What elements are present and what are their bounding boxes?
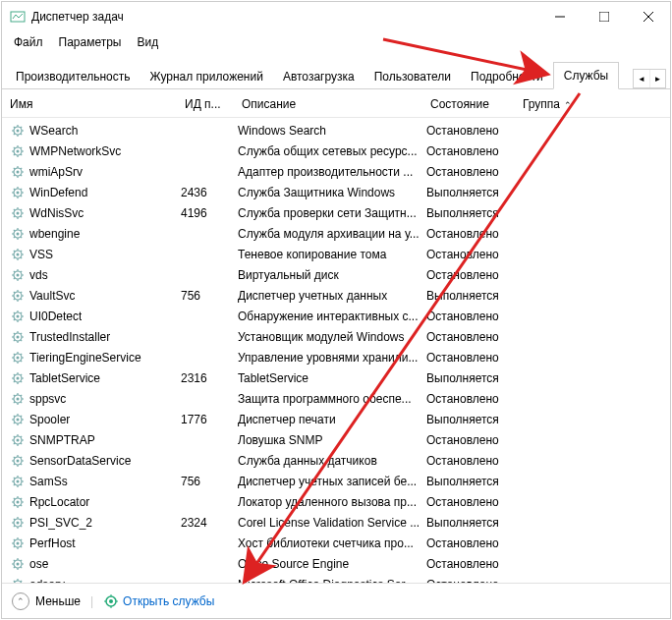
- svg-line-152: [21, 422, 22, 423]
- app-icon: [10, 9, 26, 25]
- service-state: Остановлено: [426, 268, 519, 282]
- table-row[interactable]: UI0DetectОбнаружение интерактивных с...О…: [10, 306, 670, 326]
- services-list[interactable]: WSearchWindows SearchОстановленоWMPNetwo…: [2, 118, 670, 583]
- svg-line-51: [14, 208, 15, 209]
- tab-app-history[interactable]: Журнал приложений: [140, 64, 272, 89]
- service-desc: Диспетчер учетных записей бе...: [238, 475, 426, 488]
- table-row[interactable]: WSearchWindows SearchОстановлено: [10, 120, 670, 141]
- service-name: sppsvc: [29, 392, 66, 406]
- collapse-icon[interactable]: ⌃: [12, 592, 29, 610]
- gear-icon: [10, 391, 26, 407]
- table-row[interactable]: oseOffice Source EngineОстановлено: [10, 553, 670, 574]
- service-desc: Виртуальный диск: [238, 268, 426, 282]
- table-row[interactable]: sppsvcЗащита программного обеспе...Остан…: [10, 388, 670, 409]
- sort-caret-icon: ⌃: [564, 100, 572, 110]
- maximize-button[interactable]: [582, 2, 626, 31]
- svg-line-122: [21, 360, 22, 361]
- close-button[interactable]: [626, 2, 670, 31]
- svg-point-6: [17, 129, 20, 132]
- service-desc: Установщик модулей Windows: [238, 330, 426, 344]
- svg-line-81: [14, 270, 15, 271]
- table-row[interactable]: PerfHostХост библиотеки счетчика про...О…: [10, 533, 670, 553]
- table-row[interactable]: wmiApSrvАдаптер производительности ...Ос…: [10, 161, 670, 182]
- header-desc[interactable]: Описание: [242, 97, 430, 111]
- svg-line-72: [21, 256, 22, 257]
- table-row[interactable]: VSSТеневое копирование томаОстановлено: [10, 244, 670, 264]
- table-row[interactable]: TieringEngineServiceУправление уровнями …: [10, 347, 670, 367]
- svg-line-114: [21, 332, 22, 333]
- header-name[interactable]: Имя: [10, 97, 185, 111]
- service-state: Выполняется: [426, 516, 519, 530]
- service-state: Остановлено: [426, 433, 519, 447]
- svg-line-32: [21, 174, 22, 175]
- service-name: WdNisSvc: [29, 206, 84, 220]
- table-row[interactable]: Spooler1776Диспетчер печатиВыполняется: [10, 409, 670, 429]
- tab-startup[interactable]: Автозагрузка: [273, 64, 364, 89]
- table-row[interactable]: odservMicrosoft Office Diagnostics Ser..…: [10, 574, 670, 583]
- header-group[interactable]: Группа⌃: [523, 97, 601, 111]
- svg-line-21: [14, 146, 15, 147]
- service-state: Остановлено: [426, 351, 519, 365]
- svg-point-46: [17, 211, 20, 214]
- svg-line-53: [14, 215, 15, 216]
- table-row[interactable]: WinDefend2436Служба Защитника WindowsВып…: [10, 182, 670, 202]
- service-desc: Ловушка SNMP: [238, 433, 426, 447]
- service-state: Остановлено: [426, 310, 519, 323]
- fewer-details-button[interactable]: Меньше: [35, 594, 81, 608]
- gear-icon: [10, 432, 26, 448]
- table-row[interactable]: PSI_SVC_22324Corel License Validation Se…: [10, 512, 670, 533]
- service-name: SamSs: [29, 475, 68, 488]
- svg-line-12: [21, 133, 22, 134]
- table-row[interactable]: vdsВиртуальный дискОстановлено: [10, 264, 670, 285]
- table-row[interactable]: TrustedInstallerУстановщик модулей Windo…: [10, 326, 670, 347]
- tab-users[interactable]: Пользователи: [364, 64, 461, 89]
- svg-point-206: [17, 541, 20, 544]
- service-desc: Диспетчер учетных данных: [238, 289, 426, 303]
- table-row[interactable]: TabletService2316TabletServiceВыполняетс…: [10, 367, 670, 388]
- svg-point-126: [17, 376, 20, 379]
- service-name: WSearch: [29, 124, 78, 138]
- svg-line-13: [14, 133, 15, 134]
- tab-details[interactable]: Подробности: [461, 64, 553, 89]
- table-row[interactable]: RpcLocatorЛокатор удаленного вызова пр..…: [10, 491, 670, 512]
- svg-line-161: [14, 435, 15, 436]
- svg-point-186: [17, 500, 20, 503]
- gear-icon: [10, 350, 26, 366]
- service-name: ose: [29, 557, 48, 571]
- menu-view[interactable]: Вид: [129, 33, 166, 51]
- column-headers: Имя ИД п... Описание Состояние Группа⌃: [2, 89, 670, 118]
- service-name: SensorDataService: [29, 454, 131, 468]
- table-row[interactable]: WdNisSvc4196Служба проверки сети Защитн.…: [10, 202, 670, 223]
- table-row[interactable]: SensorDataServiceСлужба данных датчиковО…: [10, 450, 670, 471]
- svg-point-26: [17, 170, 20, 173]
- svg-line-102: [21, 318, 22, 319]
- gear-icon: [10, 494, 26, 510]
- svg-line-142: [21, 401, 22, 402]
- svg-point-86: [17, 294, 20, 297]
- header-pid[interactable]: ИД п...: [185, 97, 242, 111]
- service-state: Остановлено: [426, 536, 519, 550]
- tab-services[interactable]: Службы: [553, 62, 619, 89]
- svg-line-171: [14, 456, 15, 457]
- open-services-link[interactable]: Открыть службы: [103, 593, 214, 609]
- table-row[interactable]: VaultSvc756Диспетчер учетных данныхВыпол…: [10, 285, 670, 306]
- menu-file[interactable]: Файл: [6, 33, 51, 51]
- service-state: Остановлено: [426, 124, 519, 138]
- table-row[interactable]: WMPNetworkSvcСлужба общих сетевых ресурс…: [10, 141, 670, 161]
- header-state[interactable]: Состояние: [430, 97, 523, 111]
- svg-point-236: [109, 599, 113, 603]
- tab-performance[interactable]: Производительность: [6, 64, 140, 89]
- table-row[interactable]: SamSs756Диспетчер учетных записей бе...В…: [10, 471, 670, 491]
- table-row[interactable]: wbengineСлужба модуля архивации на у...О…: [10, 223, 670, 244]
- service-name: PerfHost: [29, 536, 76, 550]
- menu-options[interactable]: Параметры: [51, 33, 130, 51]
- svg-line-42: [21, 195, 22, 196]
- tab-nav-right[interactable]: ►: [649, 70, 665, 87]
- gear-icon: [10, 247, 26, 262]
- minimize-button[interactable]: [537, 2, 582, 31]
- service-pid: 2316: [181, 371, 238, 385]
- tab-nav-left[interactable]: ◄: [634, 70, 649, 87]
- table-row[interactable]: SNMPTRAPЛовушка SNMPОстановлено: [10, 429, 670, 450]
- service-desc: Windows Search: [238, 124, 426, 138]
- svg-point-136: [17, 397, 20, 400]
